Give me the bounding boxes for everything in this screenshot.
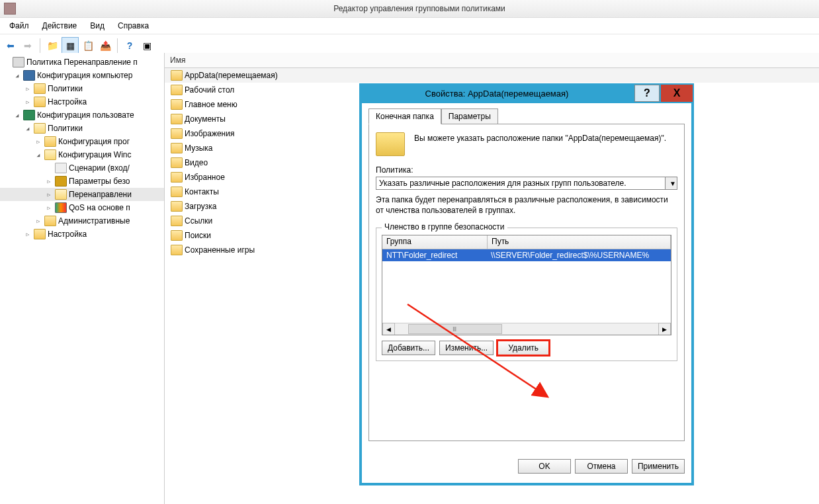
folder-open-icon bbox=[34, 123, 46, 134]
list-item-label: Контакты bbox=[185, 187, 219, 196]
tree-node[interactable]: ▷Перенаправлени bbox=[0, 188, 164, 201]
tree-toggle-icon[interactable]: ▷ bbox=[24, 231, 32, 237]
tree-node[interactable]: ◢Конфигурация пользовате bbox=[0, 108, 164, 122]
tree-node[interactable]: ▷Конфигурация прог bbox=[0, 135, 164, 148]
dialog-help-button[interactable]: ? bbox=[634, 85, 660, 102]
horizontal-scrollbar[interactable]: ◀ Ⅲ ▶ bbox=[382, 323, 671, 335]
tree-node-label: Политики bbox=[48, 84, 83, 93]
intro-text: Вы можете указать расположение папки "Ap… bbox=[414, 132, 677, 156]
tree-node[interactable]: ▷Настройка bbox=[0, 228, 164, 241]
folder-icon bbox=[34, 83, 46, 94]
cancel-button[interactable]: Отмена bbox=[575, 459, 628, 474]
tree-node[interactable]: ▷Параметры безо bbox=[0, 175, 164, 188]
details-button[interactable]: ▣ bbox=[139, 38, 155, 54]
policy-combo[interactable] bbox=[376, 177, 666, 190]
tree-toggle-icon[interactable]: ◢ bbox=[13, 112, 21, 118]
col-path[interactable]: Путь bbox=[488, 235, 671, 249]
up-button[interactable]: 📁 bbox=[44, 38, 60, 54]
delete-button[interactable]: Удалить bbox=[497, 341, 549, 355]
tree-toggle-icon[interactable]: ◢ bbox=[24, 126, 32, 132]
tree-node[interactable]: ◢Конфигурация Winc bbox=[0, 148, 164, 161]
list-item-label: Ссылки bbox=[185, 216, 212, 226]
group-listview[interactable]: Группа Путь NTT\Folder_redirect \\SERVER… bbox=[382, 235, 671, 335]
folder-icon bbox=[34, 229, 46, 239]
ok-button[interactable]: OK bbox=[518, 459, 571, 474]
tree-node-label: Параметры безо bbox=[69, 177, 130, 186]
list-item-label: Изображения bbox=[185, 129, 234, 138]
forward-button[interactable]: ➡ bbox=[20, 38, 36, 54]
tab-target[interactable]: Конечная папка bbox=[368, 108, 441, 124]
tree-node[interactable]: ▷Политики bbox=[0, 82, 164, 95]
tree-toggle-icon[interactable]: ▷ bbox=[45, 205, 53, 211]
policy-combo-arrow[interactable]: ▼ bbox=[666, 177, 677, 190]
script-icon bbox=[55, 163, 67, 173]
back-button[interactable]: ⬅ bbox=[3, 38, 19, 54]
add-button[interactable]: Добавить... bbox=[382, 341, 435, 355]
list-item-label: Музыка bbox=[185, 144, 212, 153]
list-item[interactable]: AppData(перемещаемая) bbox=[165, 68, 819, 83]
qos-icon bbox=[55, 202, 67, 213]
tree-toggle-icon[interactable]: ▷ bbox=[45, 192, 53, 198]
tree-node[interactable]: ▷QoS на основе п bbox=[0, 201, 164, 214]
list-header[interactable]: Имя bbox=[165, 53, 819, 68]
tree-node-label: QoS на основе п bbox=[69, 203, 130, 212]
menu-action[interactable]: Действие bbox=[36, 20, 84, 32]
tree-toggle-icon[interactable]: ▷ bbox=[34, 139, 42, 145]
tree-node-label: Сценарии (вход/ bbox=[69, 163, 130, 173]
folder-icon bbox=[171, 216, 183, 226]
tree-node[interactable]: Сценарии (вход/ bbox=[0, 161, 164, 175]
edit-button[interactable]: Изменить... bbox=[439, 341, 494, 355]
scroll-thumb[interactable]: Ⅲ bbox=[408, 324, 502, 334]
list-item-label: AppData(перемещаемая) bbox=[185, 71, 278, 80]
list-item-label: Сохраненные игры bbox=[185, 245, 255, 255]
dialog-title: Свойства: AppData(перемещаемая) bbox=[359, 83, 634, 103]
tab-params[interactable]: Параметры bbox=[441, 108, 498, 124]
list-item-label: Рабочий стол bbox=[185, 85, 234, 95]
tree-node-label: Административные bbox=[58, 216, 130, 226]
col-group[interactable]: Группа bbox=[382, 235, 488, 249]
help-button[interactable]: ? bbox=[122, 38, 138, 54]
tree-toggle-icon[interactable]: ◢ bbox=[13, 73, 21, 79]
apply-button[interactable]: Применить bbox=[632, 459, 685, 474]
folder-icon bbox=[376, 132, 405, 156]
properties-button[interactable]: 📋 bbox=[80, 38, 96, 54]
policy-description: Эта папка будет перенаправляться в разли… bbox=[376, 195, 677, 216]
folder-icon bbox=[171, 143, 183, 153]
tree-pane[interactable]: Политика Перенаправление п◢Конфигурация … bbox=[0, 53, 165, 504]
scroll-left-icon[interactable]: ◀ bbox=[382, 323, 395, 335]
folder-icon bbox=[171, 230, 183, 241]
folder-open-icon bbox=[55, 189, 67, 200]
folder-icon bbox=[34, 97, 46, 107]
properties-dialog: Свойства: AppData(перемещаемая) ? X Коне… bbox=[359, 83, 694, 485]
export-button[interactable]: 📤 bbox=[97, 38, 113, 54]
scroll-right-icon[interactable]: ▶ bbox=[658, 323, 671, 335]
list-item-label: Документы bbox=[185, 114, 226, 124]
dialog-titlebar[interactable]: Свойства: AppData(перемещаемая) ? X bbox=[359, 83, 694, 103]
tree-toggle-icon[interactable]: ▷ bbox=[45, 179, 53, 185]
tree-node-label: Конфигурация пользовате bbox=[37, 110, 134, 120]
menu-view[interactable]: Вид bbox=[83, 20, 111, 32]
tree-node[interactable]: ▷Настройка bbox=[0, 95, 164, 108]
show-tree-button[interactable]: ▦ bbox=[62, 37, 79, 54]
policy-label: Политика: bbox=[376, 165, 677, 175]
list-item-label: Избранное bbox=[185, 173, 225, 182]
tree-node[interactable]: ◢Политики bbox=[0, 122, 164, 135]
group-row[interactable]: NTT\Folder_redirect \\SERVER\Folder_redi… bbox=[382, 249, 671, 261]
tree-toggle-icon[interactable]: ▷ bbox=[24, 86, 32, 92]
tree-toggle-icon[interactable]: ▷ bbox=[34, 218, 42, 224]
tree-node[interactable]: Политика Перенаправление п bbox=[0, 56, 164, 69]
group-membership-box: Членство в группе безопасности Группа Пу… bbox=[376, 228, 677, 361]
tree-toggle-icon[interactable]: ▷ bbox=[24, 99, 32, 105]
tree-node-label: Конфигурация прог bbox=[58, 137, 130, 146]
folder-icon bbox=[171, 187, 183, 197]
titlebar: Редактор управления групповыми политикам… bbox=[0, 0, 819, 18]
tree-node[interactable]: ▷Административные bbox=[0, 214, 164, 228]
folder-icon bbox=[44, 216, 56, 226]
tree-toggle-icon[interactable]: ◢ bbox=[34, 152, 42, 158]
menu-help[interactable]: Справка bbox=[111, 20, 155, 32]
dialog-close-button[interactable]: X bbox=[661, 85, 693, 102]
menubar: Файл Действие Вид Справка bbox=[0, 18, 819, 34]
folder-open-icon bbox=[44, 149, 56, 160]
tree-node[interactable]: ◢Конфигурация компьютер bbox=[0, 69, 164, 82]
menu-file[interactable]: Файл bbox=[3, 20, 36, 32]
